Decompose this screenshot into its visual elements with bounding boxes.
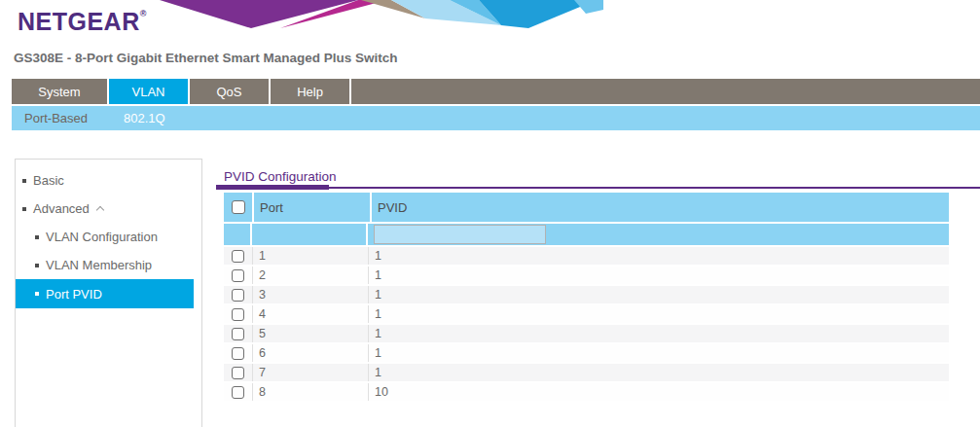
bullet-icon — [35, 235, 39, 239]
sidebar-item-vlan-configuration[interactable]: VLAN Configuration — [16, 223, 201, 251]
table-row: 1 1 — [224, 247, 949, 265]
sidebar-item-basic[interactable]: Basic — [16, 166, 201, 195]
logo-text: NETGEAR — [18, 8, 140, 35]
checkbox-cell — [224, 305, 252, 323]
bullet-icon — [22, 207, 26, 211]
checkbox-cell — [224, 286, 252, 303]
heading-rule — [216, 187, 980, 189]
port-cell: 3 — [252, 286, 368, 303]
sidebar-item-advanced[interactable]: Advanced — [16, 195, 201, 223]
nav-filler — [351, 79, 980, 104]
checkbox-cell — [224, 267, 252, 284]
pvid-cell: 1 — [368, 267, 949, 284]
header-checkbox-cell — [224, 193, 252, 222]
tab-system[interactable]: System — [12, 79, 107, 104]
table-row: 2 1 — [224, 267, 949, 284]
row-checkbox-port-1[interactable] — [232, 250, 244, 263]
sidebar-item-label: Advanced — [33, 201, 90, 216]
row-checkbox-port-2[interactable] — [232, 269, 244, 282]
table-row: 3 1 — [224, 286, 949, 303]
pvid-cell: 1 — [368, 364, 949, 381]
page: NETGEAR® GS308E - 8-Port Gigabit Etherne… — [0, 0, 980, 427]
port-cell: 1 — [252, 247, 368, 265]
main-nav: System VLAN QoS Help — [12, 79, 980, 104]
tab-qos[interactable]: QoS — [190, 79, 269, 104]
sidebar-item-port-pvid[interactable]: Port PVID — [16, 279, 194, 308]
heading-rule-accent — [216, 185, 329, 190]
port-cell: 5 — [252, 325, 368, 342]
port-cell: 2 — [252, 267, 368, 284]
pvid-cell: 1 — [368, 286, 949, 303]
input-row-checkbox-cell — [224, 224, 252, 245]
column-header-port: Port — [254, 193, 370, 222]
row-checkbox-port-4[interactable] — [232, 308, 244, 321]
checkbox-cell — [224, 325, 252, 342]
registered-mark: ® — [140, 9, 147, 18]
table-input-row — [224, 224, 949, 245]
banner-graphic-icon — [136, 0, 603, 28]
chevron-up-icon — [96, 206, 104, 214]
input-row-pvid-cell — [368, 224, 949, 245]
table-row: 8 10 — [224, 383, 949, 401]
input-row-port-cell — [252, 224, 368, 245]
vlan-subnav: Port-Based 802.1Q — [12, 106, 980, 130]
pvid-cell: 1 — [368, 305, 949, 323]
sidebar-item-label: Basic — [33, 173, 64, 188]
tab-help[interactable]: Help — [271, 79, 349, 104]
device-title: GS308E - 8-Port Gigabit Ethernet Smart M… — [14, 51, 398, 65]
checkbox-cell — [224, 383, 252, 401]
subnav-item-port-based[interactable]: Port-Based — [12, 111, 100, 125]
table-row: 7 1 — [224, 364, 949, 381]
bullet-icon — [35, 264, 39, 267]
table-row: 4 1 — [224, 305, 949, 323]
select-all-checkbox[interactable] — [232, 200, 245, 214]
pvid-cell: 1 — [368, 325, 949, 342]
table-header-row: Port PVID — [224, 193, 949, 222]
table-row: 6 1 — [224, 344, 949, 362]
bullet-icon — [35, 292, 39, 296]
row-checkbox-port-5[interactable] — [232, 328, 244, 340]
sidebar: Basic Advanced VLAN Configuration VLAN M… — [15, 159, 202, 427]
checkbox-cell — [224, 364, 252, 381]
row-checkbox-port-3[interactable] — [232, 289, 244, 302]
bullet-icon — [22, 179, 26, 183]
netgear-logo: NETGEAR® — [18, 8, 147, 36]
table-row: 5 1 — [224, 325, 949, 342]
row-checkbox-port-8[interactable] — [232, 386, 244, 399]
pvid-input[interactable] — [374, 225, 546, 244]
row-checkbox-port-7[interactable] — [232, 367, 244, 379]
sidebar-item-label: VLAN Configuration — [46, 230, 158, 244]
column-header-pvid: PVID — [372, 193, 949, 222]
port-cell: 4 — [252, 305, 368, 323]
port-cell: 6 — [252, 344, 368, 362]
pvid-cell: 1 — [368, 247, 949, 265]
row-checkbox-port-6[interactable] — [232, 347, 244, 360]
pvid-cell: 10 — [368, 383, 949, 401]
sidebar-item-label: VLAN Membership — [46, 258, 152, 272]
sidebar-item-label: Port PVID — [46, 287, 102, 302]
port-cell: 7 — [252, 364, 368, 381]
subnav-item-802-1q[interactable]: 802.1Q — [111, 111, 178, 125]
pvid-table: Port PVID 1 1 2 1 — [224, 193, 949, 403]
page-heading: PVID Configuration — [224, 169, 337, 184]
checkbox-cell — [224, 247, 252, 265]
pvid-cell: 1 — [368, 344, 949, 362]
tab-vlan[interactable]: VLAN — [109, 79, 188, 104]
checkbox-cell — [224, 344, 252, 362]
port-cell: 8 — [252, 383, 368, 401]
sidebar-item-vlan-membership[interactable]: VLAN Membership — [16, 251, 201, 279]
